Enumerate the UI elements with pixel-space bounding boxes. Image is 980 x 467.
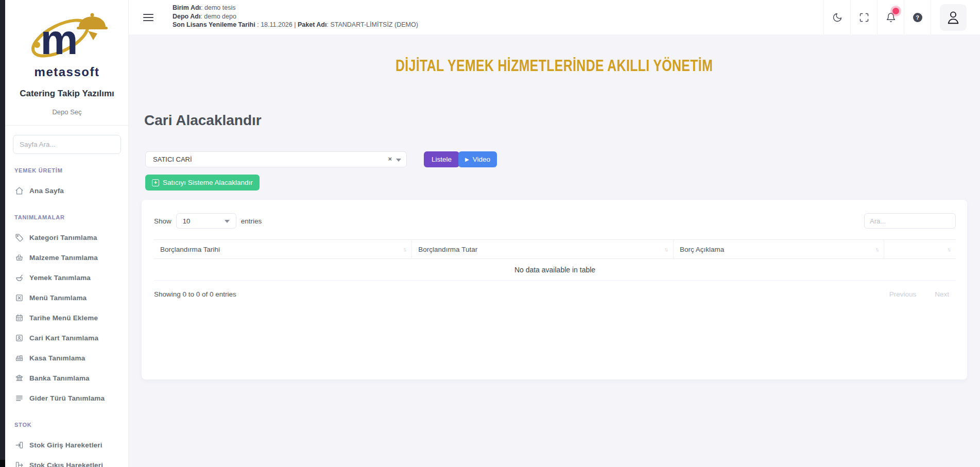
home-icon — [14, 186, 24, 196]
table-search-input[interactable] — [864, 213, 956, 229]
sidebar-item-yemek-tanimlama[interactable]: Yemek Tanımlama — [5, 268, 129, 288]
fullscreen-button[interactable] — [850, 0, 877, 34]
sidebar-item-kasa-tanimlama[interactable]: Kasa Tanımlama — [5, 348, 129, 368]
sidebar-item-label: Banka Tanımlama — [29, 374, 90, 382]
column-label: Borçlandırma Tarihi — [160, 246, 220, 253]
depot-name-value: : demo depo — [200, 13, 236, 20]
left-edge-strip — [0, 0, 5, 460]
pagination: Previous Next — [889, 290, 949, 298]
clear-selection-icon[interactable]: × — [388, 155, 392, 163]
video-button[interactable]: ▶ Video — [458, 151, 497, 167]
video-label: Video — [473, 155, 490, 163]
license-date-value: : 18.11.2026 | — [255, 21, 298, 28]
sidebar-item-label: Yemek Tanımlama — [29, 274, 91, 282]
calendar-icon — [14, 314, 24, 323]
page-size-select[interactable]: 10 — [176, 213, 236, 229]
svg-text:$: $ — [19, 375, 20, 377]
brand-logo[interactable]: m metassoft — [5, 5, 129, 79]
chevron-down-icon — [396, 159, 401, 162]
license-date-label: Son Lisans Yenileme Tarihi — [173, 21, 255, 28]
user-icon — [945, 10, 961, 25]
brand-subtitle: Catering Takip Yazılımı — [5, 89, 129, 99]
license-info: Birim Adı: demo tesis Depo Adı: demo dep… — [173, 4, 418, 29]
stock-in-icon — [14, 441, 24, 450]
empty-state-text: No data available in table — [514, 266, 595, 274]
table-header-row: Borçlandırma Tarihi ↑↓ Borçlandırma Tuta… — [154, 239, 956, 259]
column-header-borclandirma-tarihi[interactable]: Borçlandırma Tarihi ↑↓ — [154, 240, 412, 258]
notification-badge — [892, 8, 899, 14]
moon-icon — [832, 12, 843, 23]
entries-label: entries — [241, 217, 262, 225]
marketing-banner: DİJİTAL YEMEK HİZMETLERİNDE AKILLI YÖNET… — [129, 57, 980, 75]
svg-text:m: m — [41, 16, 78, 63]
column-label: Borçlandırma Tutar — [418, 246, 477, 253]
sidebar-item-label: Kategori Tanımlama — [29, 234, 97, 241]
license-line: Son Lisans Yenileme Tarihi : 18.11.2026 … — [173, 21, 418, 29]
divider — [5, 125, 129, 126]
contact-card-icon — [14, 334, 24, 343]
sidebar-item-label: Cari Kart Tanımlama — [29, 334, 98, 342]
dark-mode-button[interactable] — [823, 0, 850, 34]
alacaklandir-button[interactable]: + Satıcıyı Sisteme Alacaklandır — [145, 175, 260, 191]
sidebar-item-kategori-tanimlama[interactable]: Kategori Tanımlama — [5, 228, 129, 248]
sidebar-item-label: Malzeme Tanımlama — [29, 254, 98, 262]
metassoft-logo-icon: m — [23, 5, 111, 66]
page-search-input[interactable] — [13, 135, 121, 154]
column-header-borclandirma-tutar[interactable]: Borçlandırma Tutar ↑↓ — [412, 240, 674, 258]
sidebar-item-banka-tanimlama[interactable]: $ Banka Tanımlama — [5, 368, 129, 388]
sidebar-item-stok-cikis-hareketleri[interactable]: Stok Çıkış Hareketleri — [5, 455, 129, 467]
page-size-value: 10 — [183, 217, 190, 225]
previous-page-button[interactable]: Previous — [889, 290, 917, 298]
cari-select[interactable]: SATICI CARİ × — [145, 151, 407, 167]
depo-sec-link[interactable]: Depo Seç — [5, 108, 129, 116]
data-table: Borçlandırma Tarihi ↑↓ Borçlandırma Tuta… — [154, 239, 956, 281]
menu-toggle-button[interactable] — [142, 11, 154, 24]
help-icon: ? — [913, 13, 922, 22]
notifications-button[interactable] — [877, 0, 904, 34]
sidebar-item-label: Tarihe Menü Ekleme — [29, 314, 98, 322]
sidebar-item-malzeme-tanimlama[interactable]: Malzeme Tanımlama — [5, 248, 129, 268]
next-page-button[interactable]: Next — [935, 290, 949, 298]
banner-title: DİJİTAL YEMEK HİZMETLERİNDE AKILLI YÖNET… — [396, 57, 713, 75]
page-length-control: Show 10 entries — [154, 213, 262, 229]
sort-icon: ↑↓ — [664, 246, 667, 252]
sort-icon: ↑↓ — [403, 246, 405, 252]
menu-card-icon — [14, 293, 24, 303]
stock-out-icon — [14, 461, 24, 467]
table-summary: Showing 0 to 0 of 0 entries — [154, 290, 236, 298]
unit-name-label: Birim Adı — [173, 4, 201, 11]
listele-label: Listele — [432, 155, 452, 163]
sidebar-item-gider-turu-tanimlama[interactable]: Gider Türü Tanımlama — [5, 388, 129, 408]
package-label: Paket Adı — [298, 21, 327, 28]
page-title: Cari Alacaklandır — [144, 112, 262, 129]
listele-button[interactable]: Listele — [424, 151, 459, 167]
sidebar-item-tarihe-menu-ekleme[interactable]: Tarihe Menü Ekleme — [5, 308, 129, 328]
sidebar-item-menu-tanimlama[interactable]: Menü Tanımlama — [5, 288, 129, 308]
sidebar-item-label: Menü Tanımlama — [29, 294, 87, 302]
fullscreen-icon — [859, 12, 869, 23]
column-header-borc-aciklama[interactable]: Borç Açıklama ↑↓ — [674, 240, 884, 258]
table-card: Show 10 entries Borçlandırma Tarihi ↑↓ B… — [142, 200, 967, 379]
sidebar-item-label: Gider Türü Tanımlama — [29, 394, 105, 402]
play-icon: ▶ — [465, 157, 469, 162]
table-empty-row: No data available in table — [154, 259, 956, 281]
sidebar-item-stok-giris-hareketleri[interactable]: Stok Giriş Hareketleri — [5, 435, 129, 455]
bank-icon: $ — [14, 374, 24, 383]
sidebar-item-cari-kart-tanimlama[interactable]: Cari Kart Tanımlama — [5, 328, 129, 348]
main-area: Birim Adı: demo tesis Depo Adı: demo dep… — [129, 0, 980, 467]
package-value: : STANDART-LİMİTSİZ (DEMO) — [326, 21, 418, 28]
sidebar-item-ana-sayfa[interactable]: Ana Sayfa — [5, 181, 129, 201]
basket-icon — [14, 253, 24, 263]
user-menu-button[interactable] — [931, 0, 975, 34]
depot-name-label: Depo Adı — [173, 13, 200, 20]
header-icon-bar: ? — [823, 0, 975, 34]
column-header-actions[interactable]: ↑↓ — [884, 240, 956, 258]
sort-icon: ↑↓ — [875, 246, 878, 252]
sort-icon: ↑↓ — [947, 246, 950, 252]
sidebar-item-label: Kasa Tanımlama — [29, 354, 85, 362]
alacaklandir-label: Satıcıyı Sisteme Alacaklandır — [163, 179, 253, 186]
cash-register-icon — [14, 354, 24, 363]
sidebar: m metassoft Catering Takip Yazılımı Depo… — [5, 0, 129, 467]
help-button[interactable]: ? — [904, 0, 931, 34]
left-edge-strip-footer — [0, 460, 5, 467]
